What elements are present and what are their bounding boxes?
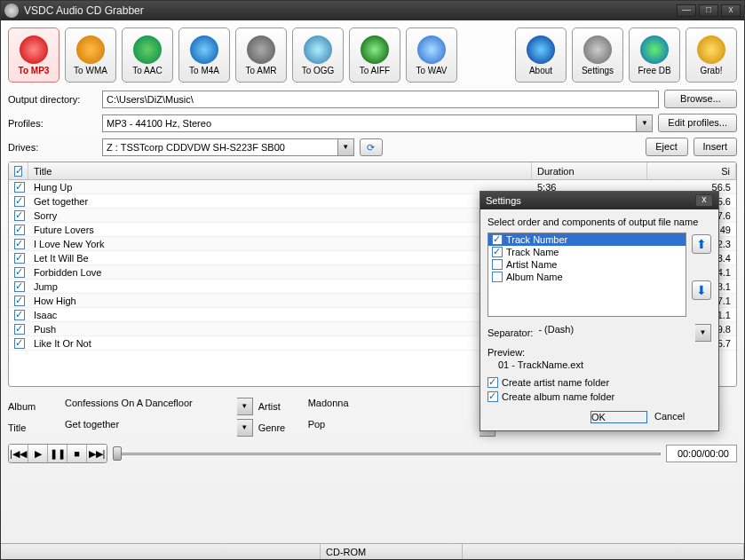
component-item[interactable]: Track Number: [488, 233, 686, 246]
eject-button[interactable]: Eject: [646, 138, 688, 156]
edit-profiles-button[interactable]: Edit profiles...: [658, 114, 737, 132]
album-folder-check[interactable]: Create album name folder: [487, 391, 711, 402]
track-title: Jump: [28, 281, 532, 292]
play-button[interactable]: ▶: [28, 445, 48, 462]
freedb-button[interactable]: Free DB: [629, 28, 680, 83]
component-label: Track Number: [506, 234, 567, 245]
player-buttons: |◀◀ ▶ ❚❚ ■ ▶▶|: [8, 444, 107, 463]
maximize-button[interactable]: □: [699, 4, 718, 17]
format-button-to-m4a[interactable]: To M4A: [178, 28, 230, 83]
track-checkbox[interactable]: [9, 323, 28, 335]
slider-thumb[interactable]: [113, 446, 122, 461]
title-value: Get together: [65, 419, 237, 437]
cancel-button[interactable]: Cancel: [654, 411, 711, 423]
column-duration[interactable]: Duration: [532, 162, 647, 179]
about-button[interactable]: About: [515, 28, 567, 83]
format-icon: [417, 35, 446, 64]
dialog-title: Settings: [486, 195, 521, 206]
pause-button[interactable]: ❚❚: [48, 445, 67, 462]
format-button-to-aac[interactable]: To AAC: [122, 28, 173, 83]
genre-combo[interactable]: Pop▼: [308, 419, 496, 437]
title-combo[interactable]: Get together▼: [65, 419, 253, 437]
format-button-to-ogg[interactable]: To OGG: [292, 28, 344, 83]
track-checkbox[interactable]: [9, 337, 28, 349]
separator-value: - (Dash): [538, 324, 695, 342]
component-checkbox[interactable]: [492, 259, 503, 270]
close-button[interactable]: x: [721, 4, 741, 17]
app-icon: [4, 4, 19, 18]
ok-button[interactable]: OK: [590, 411, 647, 423]
track-checkbox[interactable]: [9, 252, 28, 264]
format-icon: [304, 35, 332, 64]
format-button-to-mp3[interactable]: To MP3: [8, 28, 59, 83]
artist-combo[interactable]: Madonna▼: [308, 398, 496, 415]
chevron-down-icon[interactable]: ▼: [637, 114, 653, 132]
column-size[interactable]: Si: [647, 162, 736, 179]
component-label: Album Name: [506, 272, 563, 282]
refresh-icon[interactable]: ⟳: [360, 138, 383, 156]
stop-button[interactable]: ■: [67, 445, 87, 462]
track-checkbox[interactable]: [9, 280, 28, 292]
artist-folder-check[interactable]: Create artist name folder: [487, 377, 711, 388]
dialog-close-icon[interactable]: x: [695, 194, 713, 207]
component-checkbox[interactable]: [492, 272, 503, 282]
components-list[interactable]: Track NumberTrack NameArtist NameAlbum N…: [487, 233, 686, 317]
drives-combo[interactable]: Z : TSSTcorp CDDVDW SH-S223F SB00 ▼: [102, 138, 354, 156]
genre-label: Genre: [258, 422, 303, 433]
format-button-to-wav[interactable]: To WAV: [406, 28, 457, 83]
component-item[interactable]: Artist Name: [488, 258, 686, 271]
move-down-button[interactable]: ⬇: [692, 280, 711, 300]
output-dir-field[interactable]: C:\Users\DiZ\Music\: [102, 91, 659, 108]
track-checkbox[interactable]: [9, 195, 28, 207]
artist-value: Madonna: [308, 398, 480, 415]
column-title[interactable]: Title: [28, 162, 532, 179]
format-icon: [133, 35, 162, 64]
profiles-combo[interactable]: MP3 - 44100 Hz, Stereo ▼: [102, 114, 653, 132]
format-button-to-amr[interactable]: To AMR: [235, 28, 287, 83]
header-checkbox[interactable]: [9, 162, 28, 179]
component-checkbox[interactable]: [492, 234, 503, 245]
chevron-down-icon[interactable]: ▼: [237, 398, 253, 415]
next-button[interactable]: ▶▶|: [87, 445, 107, 462]
prev-button[interactable]: |◀◀: [9, 445, 28, 462]
separator-combo[interactable]: - (Dash) ▼: [538, 324, 711, 342]
grab-button[interactable]: Grab!: [686, 28, 737, 83]
track-checkbox[interactable]: [9, 238, 28, 249]
chevron-down-icon[interactable]: ▼: [338, 138, 354, 156]
title-label: Title: [8, 422, 59, 433]
track-title: Future Lovers: [28, 225, 532, 235]
preview-value: 01 - TrackName.ext: [487, 358, 711, 374]
titlebar[interactable]: VSDC Audio CD Grabber — □ x: [1, 1, 744, 20]
insert-button[interactable]: Insert: [693, 138, 738, 156]
track-checkbox[interactable]: [9, 209, 28, 221]
track-checkbox[interactable]: [9, 295, 28, 306]
component-item[interactable]: Track Name: [488, 246, 686, 258]
format-button-to-aiff[interactable]: To AIFF: [349, 28, 400, 83]
preview-label: Preview:: [487, 347, 711, 358]
track-title: Like It Or Not: [28, 338, 532, 349]
track-checkbox[interactable]: [9, 309, 28, 320]
seek-slider[interactable]: [113, 445, 661, 462]
format-button-to-wma[interactable]: To WMA: [65, 28, 116, 83]
drives-value: Z : TSSTcorp CDDVDW SH-S223F SB00: [102, 138, 338, 156]
track-title: Hung Up: [28, 182, 532, 193]
component-checkbox[interactable]: [492, 247, 503, 257]
move-up-button[interactable]: ⬆: [692, 234, 711, 254]
minimize-button[interactable]: —: [677, 4, 696, 17]
component-label: Artist Name: [506, 259, 557, 270]
settings-dialog: Settings x Select order and components o…: [479, 191, 719, 431]
track-checkbox[interactable]: [9, 266, 28, 278]
status-bar: CD-ROM: [1, 543, 744, 559]
dialog-titlebar[interactable]: Settings x: [480, 192, 718, 209]
track-checkbox[interactable]: [9, 181, 28, 193]
track-title: Push: [28, 324, 532, 335]
track-title: Let It Will Be: [28, 253, 532, 264]
chevron-down-icon[interactable]: ▼: [695, 324, 711, 342]
track-checkbox[interactable]: [9, 224, 28, 235]
track-title: How High: [28, 296, 532, 306]
settings-button[interactable]: Settings: [572, 28, 623, 83]
album-combo[interactable]: Confessions On A Dancefloor▼: [65, 398, 253, 415]
chevron-down-icon[interactable]: ▼: [237, 419, 253, 437]
component-item[interactable]: Album Name: [488, 271, 686, 283]
browse-button[interactable]: Browse...: [664, 90, 737, 108]
